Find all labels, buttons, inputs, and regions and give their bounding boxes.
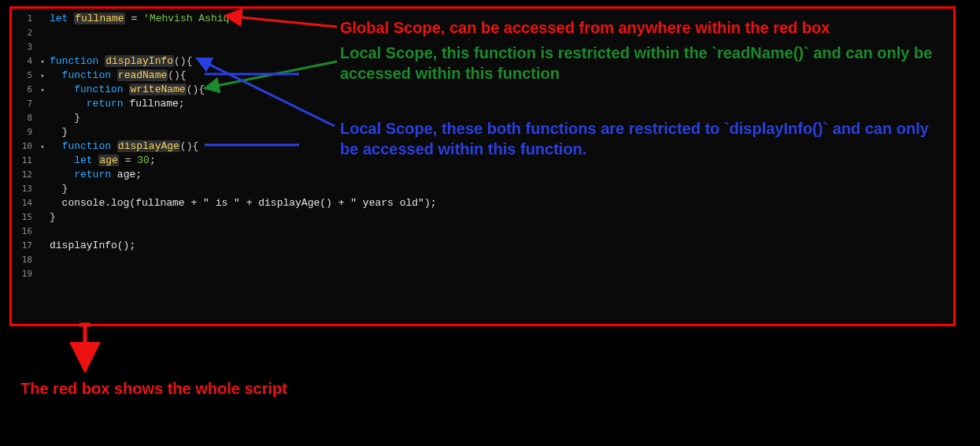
line-number: 3	[12, 40, 37, 54]
line-number-gutter: 1 2 3 4 5 6 7 8 9 10 11 12 13 14 15 16 1…	[12, 12, 37, 281]
line-number: 18	[12, 253, 37, 267]
line-number: 5	[12, 69, 37, 83]
line-number: 10	[12, 139, 37, 154]
fold-marker-icon[interactable]: ▾	[39, 83, 46, 97]
line-number: 9	[12, 125, 37, 139]
call-displayInfo: displayInfo();	[50, 240, 135, 251]
line-number: 17	[12, 239, 37, 253]
func-writeName: writeName	[129, 84, 186, 95]
line-number: 7	[12, 97, 37, 111]
fold-marker-icon[interactable]: ▾	[39, 69, 46, 83]
line-number: 2	[12, 26, 37, 40]
line-number: 14	[12, 196, 37, 210]
line-number: 13	[12, 182, 37, 196]
func-displayInfo: displayInfo	[105, 55, 174, 67]
keyword-let: let	[50, 13, 68, 24]
console-log-call: console.log(fullname + " is " + displayA…	[62, 197, 437, 209]
fold-marker-icon[interactable]: ▾	[39, 139, 46, 154]
line-number: 15	[12, 210, 37, 225]
annotation-caption: The red box shows the whole script	[20, 378, 288, 399]
variable-fullname: fullname	[74, 13, 124, 24]
annotation-global-scope: Global Scope, can be accessed from anywh…	[340, 17, 938, 38]
line-number: 16	[12, 225, 37, 239]
keyword-function: function	[50, 55, 98, 67]
func-displayAge: displayAge	[117, 140, 180, 152]
line-number: 1	[12, 12, 37, 26]
line-number: 11	[12, 154, 37, 168]
keyword-return: return	[87, 98, 124, 110]
annotation-local-readname: Local Scope, this function is restricted…	[340, 43, 938, 84]
fold-marker-icon[interactable]: ▾	[39, 54, 46, 69]
func-readName: readName	[117, 69, 168, 81]
line-number: 4	[12, 54, 37, 69]
line-number: 19	[12, 267, 37, 281]
line-number: 12	[12, 168, 37, 182]
fold-gutter: ▾ ▾ ▾ ▾	[39, 12, 46, 281]
variable-age: age	[98, 154, 118, 166]
diagram-stage: 1 2 3 4 5 6 7 8 9 10 11 12 13 14 15 16 1…	[0, 0, 980, 446]
line-number: 8	[12, 111, 37, 125]
line-number: 6	[12, 83, 37, 97]
string-literal: 'Mehvish Ashiq'	[143, 13, 235, 24]
annotation-local-displayinfo: Local Scope, these both functions are re…	[340, 118, 938, 159]
